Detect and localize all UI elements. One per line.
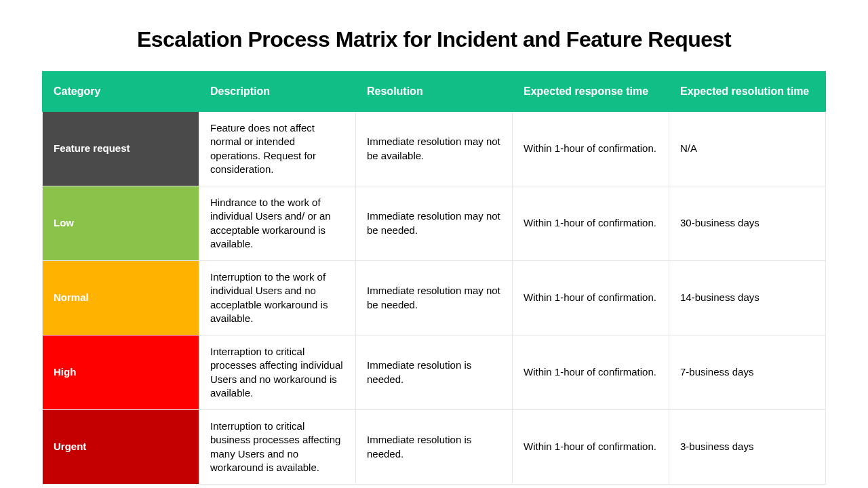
resolution-cell: Immediate resolution may not be needed. xyxy=(356,261,513,336)
header-response-time: Expected response time xyxy=(513,72,669,112)
description-cell: Interruption to critical business proces… xyxy=(199,410,356,485)
header-category: Category xyxy=(43,72,199,112)
table-row: Normal Interruption to the work of indiv… xyxy=(43,261,826,336)
response-time-cell: Within 1-hour of confirmation. xyxy=(513,261,669,336)
header-resolution: Resolution xyxy=(356,72,513,112)
category-cell-low: Low xyxy=(43,186,199,261)
resolution-time-cell: 14-business days xyxy=(669,261,826,336)
resolution-time-cell: 3-business days xyxy=(669,410,826,485)
resolution-cell: Immediate resolution is needed. xyxy=(356,410,513,485)
response-time-cell: Within 1-hour of confirmation. xyxy=(513,410,669,485)
table-row: High Interraption to critical processes … xyxy=(43,336,826,410)
resolution-time-cell: 7-business days xyxy=(669,336,826,410)
description-cell: Interruption to the work of individual U… xyxy=(199,261,356,336)
header-resolution-time: Expected resolution time xyxy=(669,72,826,112)
category-cell-urgent: Urgent xyxy=(43,410,199,485)
description-cell: Feature does not affect normal or intend… xyxy=(199,112,356,186)
table-row: Feature request Feature does not affect … xyxy=(43,112,826,186)
header-description: Description xyxy=(199,72,356,112)
escalation-matrix-table: Category Description Resolution Expected… xyxy=(42,71,826,485)
resolution-cell: Immediate resolution may not be needed. xyxy=(356,186,513,261)
table-row: Urgent Interruption to critical business… xyxy=(43,410,826,485)
page-title: Escalation Process Matrix for Incident a… xyxy=(42,27,826,52)
response-time-cell: Within 1-hour of confirmation. xyxy=(513,112,669,186)
response-time-cell: Within 1-hour of confirmation. xyxy=(513,186,669,261)
table-header-row: Category Description Resolution Expected… xyxy=(43,72,826,112)
category-cell-feature-request: Feature request xyxy=(43,112,199,186)
resolution-cell: Immediate resolution is needed. xyxy=(356,336,513,410)
response-time-cell: Within 1-hour of confirmation. xyxy=(513,336,669,410)
resolution-time-cell: 30-business days xyxy=(669,186,826,261)
category-cell-normal: Normal xyxy=(43,261,199,336)
category-cell-high: High xyxy=(43,336,199,410)
description-cell: Interraption to critical processes affec… xyxy=(199,336,356,410)
resolution-cell: Immediate resolution may not be availabl… xyxy=(356,112,513,186)
description-cell: Hindrance to the work of individual User… xyxy=(199,186,356,261)
page: Escalation Process Matrix for Incident a… xyxy=(0,0,868,488)
resolution-time-cell: N/A xyxy=(669,112,826,186)
table-row: Low Hindrance to the work of individual … xyxy=(43,186,826,261)
